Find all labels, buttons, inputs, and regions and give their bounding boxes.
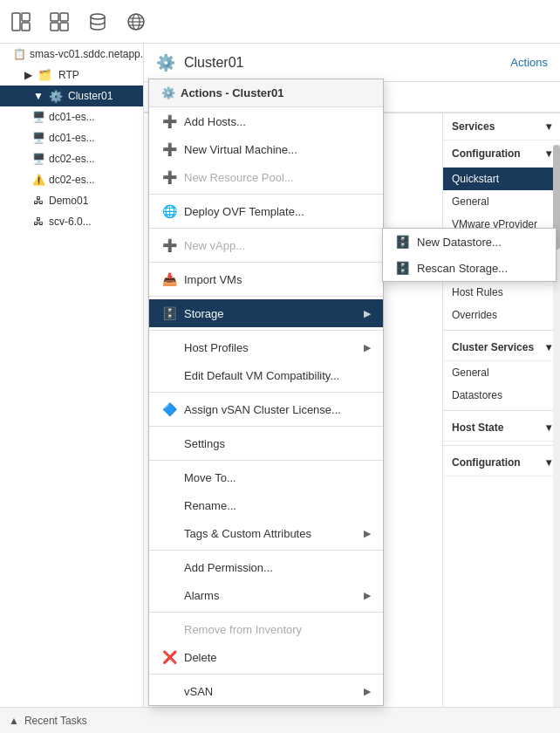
sidebar-item-cluster01[interactable]: ▼ ⚙️ Cluster01: [0, 86, 143, 106]
services-section-header[interactable]: Services ▾: [443, 113, 560, 140]
svg-rect-6: [60, 23, 68, 31]
sidebar-item-dc02es2[interactable]: ⚠️ dc02-es...: [0, 169, 143, 190]
ctx-alarms[interactable]: Alarms ▶: [149, 581, 383, 609]
ctx-vsan[interactable]: vSAN ▶: [149, 677, 383, 705]
ctx-edit-vm-compat[interactable]: Edit Default VM Compatibility...: [149, 361, 383, 389]
ctx-import-vms[interactable]: 📥 Import VMs: [149, 265, 383, 293]
host-state-section[interactable]: Host State ▾: [443, 414, 560, 442]
settings-icon: [161, 435, 177, 451]
ctx-vsan-label: vSAN: [184, 685, 213, 698]
configuration2-chevron: ▾: [546, 456, 551, 469]
config-side-panel: Services ▾ Configuration ▾ Quickstart Ge…: [442, 113, 560, 707]
ctx-edit-vm-label: Edit Default VM Compatibility...: [184, 369, 339, 382]
config-item-hostrules[interactable]: Host Rules: [443, 281, 560, 304]
top-nav: [0, 0, 560, 44]
sidebar-rtp-label: RTP: [58, 69, 79, 81]
ctx-new-resource-pool[interactable]: ➕ New Resource Pool...: [149, 163, 383, 191]
host-profiles-arrow-icon: ▶: [364, 342, 371, 353]
sidebar-item-scv[interactable]: 🖧 scv-6.0...: [0, 211, 143, 232]
ctx-new-vm[interactable]: ➕ New Virtual Machine...: [149, 135, 383, 163]
sidebar-item-dc01es1[interactable]: 🖥️ dc01-es...: [0, 106, 143, 127]
configuration2-section[interactable]: Configuration ▾: [443, 449, 560, 476]
configuration-section-header[interactable]: Configuration ▾: [443, 140, 560, 168]
svg-rect-3: [51, 13, 58, 21]
general-label: General: [452, 195, 489, 208]
host-icon-warn: ⚠️: [31, 173, 45, 187]
ctx-deploy-ovf-label: Deploy OVF Template...: [184, 205, 304, 218]
ctx-new-vapp-label: New vApp...: [184, 239, 245, 252]
ctx-new-resource-pool-label: New Resource Pool...: [184, 171, 294, 184]
cluster-services-section[interactable]: Cluster Services ▾: [443, 334, 560, 361]
svg-rect-4: [60, 13, 68, 21]
ctx-sep4: [149, 296, 383, 297]
sidebar-item-dc01es2[interactable]: 🖥️ dc01-es...: [0, 127, 143, 148]
ctx-remove-inventory[interactable]: Remove from Inventory: [149, 615, 383, 643]
ctx-add-permission-label: Add Permission...: [184, 561, 273, 574]
host-state-label: Host State: [452, 421, 503, 434]
actions-link[interactable]: Actions: [510, 56, 548, 69]
sidebar-item-vc01[interactable]: 📋 smas-vc01.sddc.netapp.com: [0, 44, 143, 65]
globe-icon[interactable]: [124, 10, 148, 34]
ctx-move-to-label: Move To...: [184, 471, 236, 484]
move-to-icon: [161, 469, 177, 485]
config-item-cluster-general[interactable]: General: [443, 361, 560, 384]
add-permission-icon: [161, 559, 177, 575]
submenu-new-datastore[interactable]: 🗄️ New Datastore...: [383, 229, 556, 255]
quickstart-label: Quickstart: [452, 173, 499, 185]
submenu-rescan-storage[interactable]: 🗄️ Rescan Storage...: [383, 255, 556, 281]
deploy-ovf-icon: 🌐: [161, 203, 177, 219]
context-menu-header: ⚙️ Actions - Cluster01: [149, 79, 383, 107]
panel-toggle-icon[interactable]: [9, 10, 33, 34]
host-profiles-icon: [161, 339, 177, 355]
sidebar-item-demo01[interactable]: 🖧 Demo01: [0, 190, 143, 211]
config-item-general[interactable]: General: [443, 190, 560, 213]
ctx-settings[interactable]: Settings: [149, 429, 383, 457]
ctx-import-vms-label: Import VMs: [184, 273, 242, 286]
ctx-host-profiles[interactable]: Host Profiles ▶: [149, 333, 383, 361]
cluster-icon: ▼: [31, 89, 45, 103]
ctx-add-hosts-label: Add Hosts...: [184, 115, 246, 128]
ctx-add-permission[interactable]: Add Permission...: [149, 553, 383, 581]
new-vm-icon: ➕: [161, 141, 177, 157]
ctx-sep5: [149, 330, 383, 331]
svg-rect-2: [22, 23, 30, 31]
sidebar-item-rtp[interactable]: ▶ 🗂️ RTP: [0, 65, 143, 86]
edit-vm-icon: [161, 367, 177, 383]
ctx-sep6: [149, 392, 383, 393]
ctx-new-vm-label: New Virtual Machine...: [184, 143, 297, 156]
grid-icon[interactable]: [47, 10, 72, 34]
vm-icon-1: 🖧: [31, 194, 45, 208]
cluster-general-label: General: [452, 366, 489, 379]
ctx-header-label: Actions - Cluster01: [181, 86, 283, 99]
configuration-chevron: ▾: [546, 147, 551, 160]
sidebar-vc01-label: smas-vc01.sddc.netapp.com: [30, 48, 144, 60]
host-state-chevron: ▾: [546, 421, 551, 434]
svg-rect-0: [12, 13, 20, 31]
config-item-quickstart[interactable]: Quickstart: [443, 168, 560, 190]
ctx-storage[interactable]: 🗄️ Storage ▶: [149, 299, 383, 327]
storage-submenu: 🗄️ New Datastore... 🗄️ Rescan Storage...: [382, 228, 557, 282]
ctx-tags[interactable]: Tags & Custom Attributes ▶: [149, 519, 383, 547]
database-icon[interactable]: [85, 10, 110, 34]
ctx-deploy-ovf[interactable]: 🌐 Deploy OVF Template...: [149, 197, 383, 225]
config-item-overrides[interactable]: Overrides: [443, 304, 560, 326]
svg-rect-5: [51, 23, 58, 31]
host-icon-1: 🖥️: [31, 110, 45, 124]
ctx-assign-vsan[interactable]: 🔷 Assign vSAN Cluster License...: [149, 395, 383, 423]
cluster-title: Cluster01: [184, 55, 243, 71]
context-menu: ⚙️ Actions - Cluster01 ➕ Add Hosts... ➕ …: [148, 79, 384, 706]
ctx-rename[interactable]: Rename...: [149, 491, 383, 519]
ctx-move-to[interactable]: Move To...: [149, 463, 383, 491]
sidebar-item-dc02es1[interactable]: 🖥️ dc02-es...: [0, 148, 143, 169]
ctx-sep8: [149, 460, 383, 461]
alarms-arrow-icon: ▶: [364, 590, 371, 601]
ctx-remove-inventory-label: Remove from Inventory: [184, 623, 302, 636]
alarms-icon: [161, 587, 177, 603]
ctx-new-vapp[interactable]: ➕ New vApp...: [149, 231, 383, 259]
ctx-add-hosts[interactable]: ➕ Add Hosts...: [149, 107, 383, 135]
ctx-sep7: [149, 426, 383, 427]
bottom-bar-toggle-icon[interactable]: ▲: [9, 715, 19, 727]
ctx-delete[interactable]: ❌ Delete: [149, 643, 383, 671]
config-item-datastores[interactable]: Datastores: [443, 384, 560, 407]
remove-inventory-icon: [161, 621, 177, 637]
